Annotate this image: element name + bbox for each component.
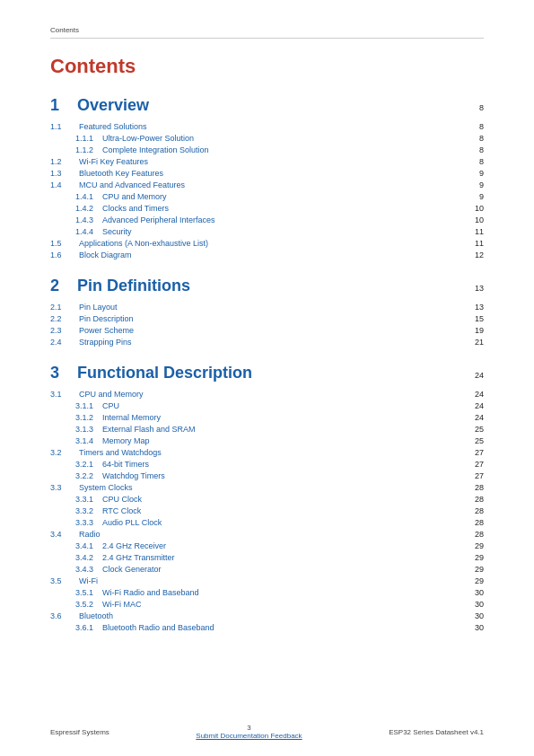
- toc-number-3-4-3: 3.4.3: [66, 565, 102, 574]
- toc-label-1-1-1: Ultra-Low-Power Solution: [102, 134, 194, 143]
- toc-page-1-3: 9: [479, 169, 484, 178]
- toc-entry-3-4-2: 3.4.22.4 GHz Transmitter29: [50, 551, 484, 563]
- toc-label-3-4-2: 2.4 GHz Transmitter: [102, 553, 175, 562]
- toc-number-1-1-1: 1.1.1: [66, 134, 102, 143]
- toc-label-3-6: Bluetooth: [79, 611, 113, 620]
- toc-label-1-5: Applications (A Non-exhaustive List): [79, 239, 208, 248]
- toc-number-2-4: 2.4: [50, 338, 79, 347]
- toc-number-1-2: 1.2: [50, 157, 79, 166]
- toc-entry-3-1-1: 3.1.1CPU24: [50, 400, 484, 411]
- toc-page-1-4-4: 11: [475, 227, 484, 236]
- toc-number-1-3: 1.3: [50, 169, 79, 178]
- toc-page-3-5-1: 30: [475, 588, 484, 597]
- toc-label-2-4: Strapping Pins: [79, 338, 132, 347]
- toc-label-3-4-3: Clock Generator: [102, 565, 162, 574]
- footer-right: ESP32 Series Datasheet v4.1: [389, 728, 484, 736]
- footer-page-number: 3: [247, 724, 250, 732]
- toc-entry-1-4-3: 1.4.3Advanced Peripheral Interfaces10: [50, 214, 484, 225]
- toc-page-1-4-3: 10: [475, 215, 484, 224]
- toc-entry-3-4-1: 3.4.12.4 GHz Receiver29: [50, 540, 484, 551]
- toc-label-1-4: MCU and Advanced Features: [79, 180, 185, 189]
- toc-page-3-1-2: 24: [475, 413, 484, 422]
- toc-entry-3-5-2: 3.5.2Wi-Fi MAC30: [50, 598, 484, 610]
- toc-entry-3-1-2: 3.1.2Internal Memory24: [50, 411, 484, 423]
- toc-number-2-1: 2.1: [50, 303, 79, 312]
- toc-page-3-4-3: 29: [475, 565, 484, 574]
- toc-page-3-6: 30: [475, 611, 484, 620]
- footer-feedback-link[interactable]: Submit Documentation Feedback: [109, 732, 389, 740]
- section-page-2: 13: [475, 284, 484, 293]
- toc-page-3-4-2: 29: [475, 553, 484, 562]
- footer-center: 3 Submit Documentation Feedback: [109, 724, 389, 740]
- toc-page-3-3-3: 28: [475, 518, 484, 527]
- toc-label-1-4-4: Security: [102, 227, 132, 236]
- toc-entry-1-4-4: 1.4.4Security11: [50, 225, 484, 237]
- toc-page-3-4-1: 29: [475, 541, 484, 550]
- toc-label-2-3: Power Scheme: [79, 326, 134, 335]
- header-text: Contents: [50, 26, 79, 34]
- toc-page-3-5: 29: [475, 576, 484, 585]
- toc-entry-3-2: 3.2Timers and Watchdogs27: [50, 446, 484, 458]
- toc-entry-3-2-2: 3.2.2Watchdog Timers27: [50, 470, 484, 481]
- toc-label-1-4-2: Clocks and Timers: [102, 204, 169, 213]
- toc-entry-3-2-1: 3.2.164-bit Timers27: [50, 458, 484, 470]
- toc-number-3-1-4: 3.1.4: [66, 436, 102, 445]
- toc-entry-3-3: 3.3System Clocks28: [50, 481, 484, 493]
- toc-entry-3-4: 3.4Radio28: [50, 528, 484, 540]
- toc-entry-1-3: 1.3Bluetooth Key Features9: [50, 167, 484, 179]
- toc-number-3-4-1: 3.4.1: [66, 541, 102, 550]
- toc-label-3-3: System Clocks: [79, 483, 133, 492]
- toc-page-3-6-1: 30: [475, 623, 484, 632]
- toc-page-1-4-1: 9: [479, 192, 484, 201]
- toc-entry-3-3-3: 3.3.3Audio PLL Clock28: [50, 516, 484, 528]
- toc-number-2-3: 2.3: [50, 326, 79, 335]
- toc-entry-1-4: 1.4MCU and Advanced Features9: [50, 179, 484, 190]
- toc-page-3-1-1: 24: [475, 401, 484, 410]
- toc-number-3-2-1: 3.2.1: [66, 460, 102, 469]
- toc-page-2-4: 21: [475, 338, 484, 347]
- toc-number-1-4-3: 1.4.3: [66, 215, 102, 224]
- toc-label-1-2: Wi-Fi Key Features: [79, 157, 148, 166]
- toc-entry-1-2: 1.2Wi-Fi Key Features8: [50, 155, 484, 167]
- page: Contents Contents 1Overview81.1Featured …: [0, 0, 534, 756]
- toc-label-2-2: Pin Description: [79, 314, 134, 323]
- toc-page-1-1: 8: [479, 122, 484, 131]
- toc-entry-2-3: 2.3Power Scheme19: [50, 324, 484, 336]
- toc-number-3-4-2: 3.4.2: [66, 553, 102, 562]
- toc-page-3-3: 28: [475, 483, 484, 492]
- toc-label-3-1-2: Internal Memory: [102, 413, 161, 422]
- toc-entry-3-1-4: 3.1.4Memory Map25: [50, 435, 484, 446]
- section-heading-1: 1Overview8: [50, 96, 484, 115]
- toc-label-3-1-1: CPU: [102, 401, 119, 410]
- toc-number-3-2: 3.2: [50, 448, 79, 457]
- toc-entry-3-5-1: 3.5.1Wi-Fi Radio and Baseband30: [50, 586, 484, 598]
- toc-label-1-4-3: Advanced Peripheral Interfaces: [102, 215, 215, 224]
- toc-entry-2-2: 2.2Pin Description15: [50, 312, 484, 324]
- toc-entry-1-1-2: 1.1.2Complete Integration Solution8: [50, 144, 484, 155]
- toc-label-2-1: Pin Layout: [79, 303, 118, 312]
- toc-number-3-1-3: 3.1.3: [66, 425, 102, 434]
- section-heading-2: 2Pin Definitions13: [50, 277, 484, 295]
- toc-container: 1Overview81.1Featured Solutions81.1.1Ult…: [50, 96, 484, 633]
- toc-page-2-3: 19: [475, 326, 484, 335]
- footer: Espressif Systems 3 Submit Documentation…: [50, 724, 484, 740]
- toc-page-1-4: 9: [479, 180, 484, 189]
- toc-number-3-1-1: 3.1.1: [66, 401, 102, 410]
- toc-number-3-6: 3.6: [50, 611, 79, 620]
- toc-label-3-1-3: External Flash and SRAM: [102, 425, 196, 434]
- toc-entry-1-1: 1.1Featured Solutions8: [50, 120, 484, 132]
- toc-entry-3-5: 3.5Wi-Fi29: [50, 575, 484, 586]
- toc-entry-1-4-2: 1.4.2Clocks and Timers10: [50, 202, 484, 214]
- toc-page-3-3-2: 28: [475, 506, 484, 515]
- toc-number-3-5-2: 3.5.2: [66, 600, 102, 609]
- toc-label-3-1: CPU and Memory: [79, 390, 144, 399]
- toc-entry-3-3-2: 3.3.2RTC Clock28: [50, 505, 484, 516]
- toc-page-1-5: 11: [475, 239, 484, 248]
- toc-entry-3-6-1: 3.6.1Bluetooth Radio and Baseband30: [50, 621, 484, 633]
- toc-entry-1-5: 1.5Applications (A Non-exhaustive List)1…: [50, 237, 484, 249]
- toc-number-1-4: 1.4: [50, 180, 79, 189]
- toc-number-3-1-2: 3.1.2: [66, 413, 102, 422]
- toc-entry-1-1-1: 1.1.1Ultra-Low-Power Solution8: [50, 132, 484, 144]
- toc-page-3-3-1: 28: [475, 495, 484, 504]
- toc-number-3-3-3: 3.3.3: [66, 518, 102, 527]
